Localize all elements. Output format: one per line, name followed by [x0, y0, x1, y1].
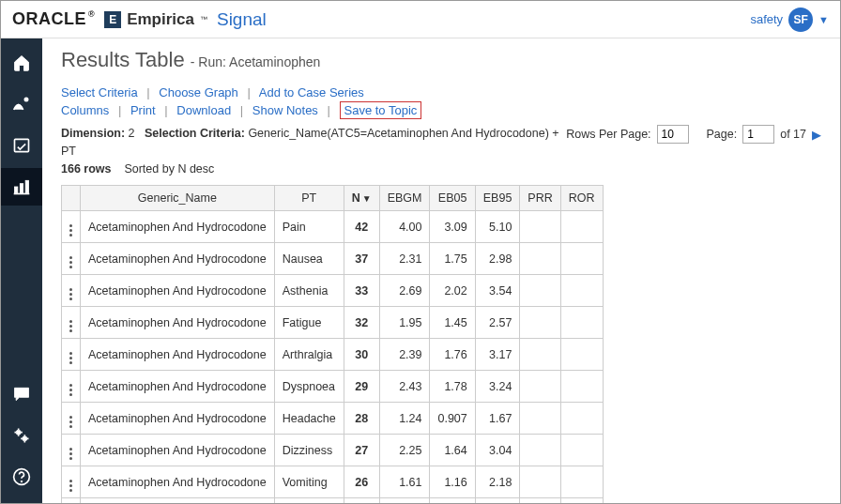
- oracle-logo: ORACLE®: [12, 9, 95, 29]
- cell-ror: [560, 498, 603, 503]
- link-columns[interactable]: Columns: [61, 103, 109, 117]
- page-total: of 17: [780, 128, 806, 141]
- table-row: Acetaminophen And HydrocodoneHeadache281…: [62, 403, 604, 435]
- rows-per-page-input[interactable]: [657, 125, 689, 144]
- meta-left: Dimension: 2 Selection Criteria: Generic…: [61, 125, 566, 177]
- link-choose-graph[interactable]: Choose Graph: [159, 85, 238, 99]
- row-menu-button[interactable]: [62, 339, 81, 371]
- row-menu-button[interactable]: [62, 466, 81, 498]
- cell-eb05: 1.16: [430, 466, 475, 498]
- user-label[interactable]: safety: [750, 12, 783, 26]
- dimension-value: 2: [129, 127, 135, 140]
- link-download[interactable]: Download: [176, 103, 231, 117]
- row-menu-button[interactable]: [62, 243, 81, 275]
- separator: |: [118, 103, 121, 117]
- cell-ebgm: 2.25: [379, 435, 430, 466]
- col-ror[interactable]: ROR: [560, 186, 603, 211]
- sort-desc-icon: ▼: [362, 193, 372, 204]
- cell-ror: [560, 339, 603, 371]
- svg-point-6: [23, 436, 27, 441]
- link-save-to-topic[interactable]: Save to Topic: [340, 101, 422, 119]
- svg-point-0: [24, 98, 27, 100]
- cell-generic: Acetaminophen And Hydrocodone: [81, 466, 275, 498]
- col-pt[interactable]: PT: [274, 186, 344, 211]
- row-menu-button[interactable]: [62, 211, 81, 243]
- col-ebgm[interactable]: EBGM: [379, 186, 430, 211]
- cell-prr: [520, 339, 560, 371]
- cell-ebgm: 3.26: [379, 498, 430, 503]
- sorted-by: Sorted by N desc: [124, 162, 214, 176]
- nav-data-mining[interactable]: [1, 168, 42, 206]
- svg-rect-2: [15, 187, 18, 193]
- row-menu-button[interactable]: [62, 435, 81, 466]
- cell-ror: [560, 243, 603, 275]
- col-eb95[interactable]: EB95: [475, 186, 520, 211]
- separator: |: [164, 103, 167, 117]
- table-row: Acetaminophen And HydrocodoneArthralgia3…: [62, 339, 604, 371]
- cell-eb95: 2.18: [475, 466, 520, 498]
- cell-n: 27: [344, 435, 379, 466]
- link-select-criteria[interactable]: Select Criteria: [61, 85, 138, 99]
- header-user-area: safety SF ▼: [750, 8, 829, 32]
- cell-ebgm: 2.69: [379, 275, 430, 307]
- cell-ror: [560, 403, 603, 435]
- cell-n: 28: [344, 403, 379, 435]
- cell-n: 23: [344, 498, 379, 503]
- cell-ebgm: 2.39: [379, 339, 430, 371]
- actions-row-2: Columns | Print | Download | Show Notes …: [61, 103, 821, 117]
- col-n-label: N: [352, 191, 360, 205]
- link-print[interactable]: Print: [130, 103, 156, 117]
- empirica-text: Empirica: [127, 10, 194, 29]
- svg-point-5: [16, 430, 21, 435]
- separator: |: [328, 103, 330, 117]
- criteria-label: Selection Criteria:: [145, 127, 245, 140]
- cell-ebgm: 1.95: [379, 307, 430, 339]
- cell-eb05: 2.02: [430, 275, 475, 307]
- cell-eb05: 2.31: [430, 498, 475, 503]
- row-menu-button[interactable]: [62, 403, 81, 435]
- cell-generic: Acetaminophen And Hydrocodone: [81, 339, 275, 371]
- cell-ror: [560, 307, 603, 339]
- cell-eb95: 3.54: [475, 275, 520, 307]
- cell-pt: Headache: [274, 403, 344, 435]
- svg-rect-1: [15, 139, 29, 151]
- row-menu-button[interactable]: [62, 307, 81, 339]
- nav-review[interactable]: [1, 127, 42, 164]
- cell-generic: Acetaminophen And Hydrocodone: [81, 211, 275, 243]
- run-name: Acetaminophen: [229, 54, 320, 69]
- next-page-icon[interactable]: ▶: [812, 128, 821, 142]
- nav-feedback[interactable]: [1, 375, 42, 413]
- link-show-notes[interactable]: Show Notes: [252, 103, 318, 117]
- cell-generic: Acetaminophen And Hydrocodone: [81, 371, 275, 403]
- col-n[interactable]: N▼: [344, 186, 379, 211]
- row-menu-button[interactable]: [62, 498, 81, 503]
- user-menu-caret-icon[interactable]: ▼: [818, 14, 829, 25]
- page-title-text: Results Table: [61, 48, 185, 71]
- col-generic-name[interactable]: Generic_Name: [81, 186, 275, 211]
- cell-eb95: 3.04: [475, 435, 520, 466]
- col-prr[interactable]: PRR: [520, 186, 560, 211]
- cell-generic: Acetaminophen And Hydrocodone: [81, 307, 275, 339]
- product-brand: E Empirica™ Signal: [104, 9, 267, 30]
- cell-n: 26: [344, 466, 379, 498]
- cell-ror: [560, 371, 603, 403]
- link-add-case-series[interactable]: Add to Case Series: [259, 85, 364, 99]
- row-menu-button[interactable]: [62, 371, 81, 403]
- nav-help[interactable]: [1, 458, 42, 496]
- cell-n: 29: [344, 371, 379, 403]
- separator: |: [146, 85, 149, 99]
- cell-pt: Vomiting: [274, 466, 344, 498]
- nav-settings[interactable]: [1, 417, 42, 454]
- page-input[interactable]: [742, 125, 774, 144]
- cell-pt: Asthenia: [274, 275, 344, 307]
- col-eb05[interactable]: EB05: [430, 186, 475, 211]
- row-menu-button[interactable]: [62, 275, 81, 307]
- nav-home[interactable]: [1, 44, 42, 82]
- cell-eb95: 2.98: [475, 243, 520, 275]
- nav-signals[interactable]: [1, 85, 42, 123]
- cell-prr: [520, 498, 560, 503]
- cell-ror: [560, 211, 603, 243]
- oracle-text: ORACLE: [12, 9, 86, 29]
- avatar[interactable]: SF: [788, 8, 813, 32]
- row-count: 166 rows: [61, 162, 112, 176]
